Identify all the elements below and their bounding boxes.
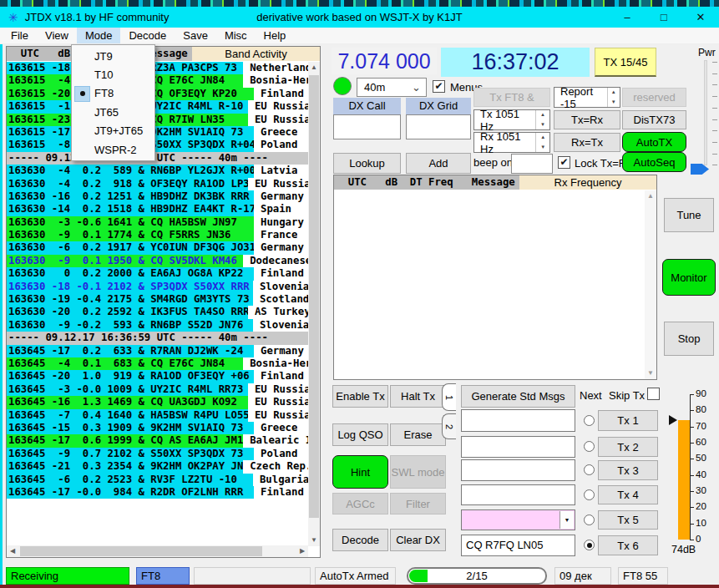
spinner-arrows-icon[interactable]: ▲▼ — [535, 133, 549, 152]
menu-decode[interactable]: Decode — [120, 28, 175, 43]
filter-button[interactable]: Filter — [390, 493, 446, 514]
tune-button[interactable]: Tune — [664, 198, 714, 232]
lookup-button[interactable]: Lookup — [333, 153, 401, 174]
tx-2-button[interactable]: Tx 2 — [598, 437, 658, 457]
scroll-up-icon[interactable]: ▲ — [308, 62, 320, 74]
band-activity-hscrollbar[interactable]: ◀ ▶ — [7, 545, 308, 557]
tx-message-6-input[interactable]: CQ R7FQ LN05 — [461, 535, 575, 556]
band-activity-row[interactable]: 163615 -23 1.3 1469 & CQ R7IW LN35EU Rus… — [7, 114, 309, 126]
add-button[interactable]: Add — [406, 153, 471, 174]
tx-equals-rx-button[interactable]: Tx=Rx — [554, 110, 620, 129]
band-activity-row[interactable]: 163630 -19 -0.4 2175 & SM4RGD GM3YTS 73S… — [7, 293, 309, 306]
maximize-icon[interactable]: □ — [646, 11, 682, 23]
autotx-button[interactable]: AutoTX — [622, 132, 686, 152]
menu-view[interactable]: View — [37, 28, 77, 43]
band-activity-row[interactable]: 163645 -16 1.3 1469 & CQ UA3GDJ KO92EU R… — [7, 396, 309, 408]
band-activity-row[interactable]: 163645 -3 -0.0 1009 & UY2IC R4ML RR73EU … — [7, 383, 309, 396]
mode-menu-item-jt9[interactable]: JT9 — [72, 47, 154, 65]
lock-txrx-checkbox[interactable]: ✔ — [558, 156, 570, 169]
band-activity-vscrollbar[interactable]: ▲ ▼ — [308, 62, 320, 546]
scroll-up-icon[interactable]: ▲ — [645, 190, 656, 202]
scroll-thumb[interactable] — [309, 75, 319, 518]
tx-4-button[interactable]: Tx 4 — [598, 485, 658, 504]
swl-mode-button[interactable]: SWL mode — [390, 455, 446, 489]
band-activity-row[interactable]: 163645 -20 1.0 919 & RA1OD OF3EQY +06Fin… — [7, 370, 309, 383]
tx-1-button[interactable]: Tx 1 — [598, 410, 658, 431]
tx-5-button[interactable]: Tx 5 — [598, 510, 658, 530]
distx73-button[interactable]: DisTX73 — [622, 110, 686, 129]
agcc-button[interactable]: AGCc — [332, 493, 388, 514]
band-activity-row[interactable]: 163630 -9 0.1 1950 & CQ SV5DKL KM46Dodec… — [7, 255, 309, 267]
band-selector[interactable]: 40m ⌄ — [357, 78, 427, 97]
band-activity-row[interactable]: 163615 -20 0.9 919 & CQ OF3EQY KP20Finla… — [7, 88, 309, 100]
band-activity-row[interactable]: 163630 -4 0.2 589 & RN6BP YL2GJX R+00Lat… — [7, 165, 309, 177]
mode-menu-item-jt65[interactable]: JT65 — [72, 103, 154, 121]
beep-on-input[interactable] — [511, 154, 553, 174]
tx-message-1-input[interactable] — [461, 409, 575, 432]
tx-message-4-input[interactable] — [461, 484, 575, 505]
monitor-button[interactable]: Monitor — [662, 259, 716, 296]
band-activity-row[interactable]: 163630 -9 -0.2 593 & RN6BP S52D JN76Slov… — [7, 319, 309, 332]
tx-message-5-input[interactable]: ▼ — [461, 509, 575, 530]
tab-messages-2[interactable]: 2 — [442, 413, 456, 439]
scroll-thumb[interactable] — [20, 546, 262, 556]
stop-button[interactable]: Stop — [664, 322, 714, 356]
skip-tx1-checkbox[interactable] — [647, 388, 660, 400]
mode-menu-item-wspr-2[interactable]: WSPR-2 — [72, 140, 154, 159]
menus-checkbox[interactable]: ✔ — [433, 80, 445, 93]
combo-dropdown-icon[interactable]: ▼ — [560, 511, 574, 529]
dx-call-input[interactable] — [333, 114, 401, 139]
tx-3-button[interactable]: Tx 3 — [598, 460, 658, 480]
close-icon[interactable]: ✕ — [682, 11, 719, 23]
band-activity-row[interactable]: 163645 -4 0.1 683 & CQ E76C JN84Bosnia-H… — [7, 357, 309, 370]
rx-frequency-vscrollbar[interactable]: ▲ ▼ — [645, 190, 656, 379]
band-activity-row[interactable]: 163630 -14 0.2 1518 & HB9DHZ EA4KT R-17S… — [7, 203, 309, 215]
tx-6-radio[interactable] — [584, 540, 595, 550]
mode-menu-item-ft8[interactable]: FT8 — [72, 84, 154, 103]
clear-dx-button[interactable]: Clear DX — [390, 529, 446, 551]
band-activity-row[interactable]: 163630 -9 0.1 1774 & CQ F5RRS JN36France — [7, 229, 309, 241]
menu-help[interactable]: Help — [256, 28, 295, 43]
band-activity-row[interactable]: 163645 -17 0.2 633 & R7RAN DJ2WK -24Germ… — [7, 345, 309, 357]
tx-2-radio[interactable] — [584, 441, 595, 452]
tx-ft8-button[interactable]: Tx FT8 & — [473, 88, 550, 107]
band-activity-row[interactable]: 163645 -17 -0.0 984 & R2DR OF2LNH RRRFin… — [7, 486, 309, 499]
generate-std-msgs-button[interactable]: Generate Std Msgs — [461, 385, 575, 408]
spinner-arrows-icon[interactable]: ▲▼ — [535, 110, 549, 129]
scroll-left-icon[interactable]: ◀ — [7, 545, 18, 557]
mode-menu-item-jt9+jt65[interactable]: JT9+JT65 — [72, 122, 154, 140]
hint-button[interactable]: Hint — [332, 455, 388, 489]
reserved-button[interactable]: reserved — [622, 88, 686, 107]
band-activity-row[interactable]: 163615 -17 0.3 1909 & 9K2HM SV1AIQ 73Gre… — [7, 126, 309, 139]
rx-equals-tx-button[interactable]: Rx=Tx — [554, 133, 620, 152]
band-activity-row[interactable]: 163645 -6 0.2 2523 & RV3F LZ2TU -10Bulga… — [7, 474, 309, 486]
band-activity-row[interactable]: 163630 0 0.2 2000 & EA6AJ OG8A KP22Finla… — [7, 267, 309, 280]
band-activity-row[interactable]: 163630 -6 0.2 1917 & YC0IUN DF3QG JO31Ge… — [7, 241, 309, 254]
scroll-right-icon[interactable]: ▶ — [296, 545, 308, 557]
tx-6-button[interactable]: Tx 6 — [598, 535, 658, 555]
enable-tx-button[interactable]: Enable Tx — [332, 385, 388, 408]
tx-5-radio[interactable] — [584, 514, 595, 525]
rx-frequency-spinner[interactable]: Rx 1051 Hz ▲▼ — [473, 132, 550, 153]
report-spinner[interactable]: Report -15 ▲▼ — [554, 87, 620, 108]
band-activity-row[interactable]: 163630 -16 0.2 1251 & HB9DHZ DK3BK RRRGe… — [7, 190, 309, 203]
tx-message-2-input[interactable] — [461, 436, 575, 458]
scroll-down-icon[interactable]: ▼ — [645, 368, 656, 379]
spinner-arrows-icon[interactable]: ▲▼ — [607, 88, 620, 107]
erase-button[interactable]: Erase — [390, 423, 446, 446]
band-activity-row[interactable]: 163615 -4 0.1 683 & CQ E76C JN84Bosnia-H… — [7, 74, 309, 87]
halt-tx-button[interactable]: Halt Tx — [390, 385, 446, 408]
minimize-icon[interactable]: – — [609, 11, 646, 23]
tab-messages-1[interactable]: 1 — [442, 383, 456, 411]
menu-misc[interactable]: Misc — [216, 28, 256, 43]
mode-menu-item-t10[interactable]: T10 — [72, 65, 154, 84]
tx-4-radio[interactable] — [584, 489, 595, 500]
autoseq-button[interactable]: AutoSeq — [622, 152, 686, 172]
band-activity-row[interactable]: 163630 -4 0.2 918 & OF3EQY RA1OD LP31EU … — [7, 178, 309, 190]
band-activity-row[interactable]: 163645 -7 0.4 1640 & HA5BSW R4PU LO55EU … — [7, 409, 309, 422]
band-activity-row[interactable]: 163615 -8 0.7 2102 & S50XX SP3QDX R+04Po… — [7, 139, 309, 151]
band-activity-row[interactable]: 163645 -15 0.3 1909 & 9K2HM SV1AIQ 73Gre… — [7, 422, 309, 434]
pwr-slider-track[interactable] — [704, 60, 707, 165]
tx-frequency-spinner[interactable]: Tx 1051 Hz ▲▼ — [473, 109, 550, 130]
menu-file[interactable]: File — [3, 28, 37, 43]
